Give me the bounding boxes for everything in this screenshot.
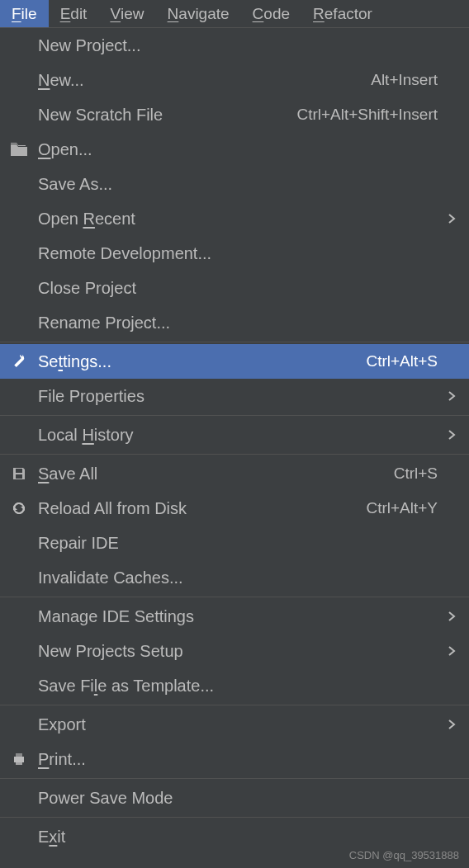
menu-item-label: File Properties	[38, 387, 438, 406]
menu-item-label: Repair IDE	[38, 534, 438, 553]
menubar-item-view[interactable]: View	[98, 0, 155, 27]
menu-item-new-project[interactable]: New Project...	[0, 28, 469, 63]
menu-separator	[0, 454, 469, 455]
menu-item-label: Exit	[38, 828, 438, 847]
menu-item-label: Reload All from Disk	[38, 499, 366, 518]
menu-item-label: Settings...	[38, 352, 366, 371]
watermark: CSDN @qq_39531888	[349, 849, 459, 861]
menu-separator	[0, 817, 469, 818]
chevron-right-icon	[438, 426, 456, 445]
menu-item-label: New Project...	[38, 36, 438, 55]
menu-item-new[interactable]: New...Alt+Insert	[0, 63, 469, 97]
svg-rect-4	[16, 761, 22, 765]
menu-item-shortcut: Ctrl+Alt+Y	[366, 499, 438, 517]
menu-item-manage-ide-settings[interactable]: Manage IDE Settings	[0, 599, 469, 634]
menu-item-repair-ide[interactable]: Repair IDE	[0, 526, 469, 560]
menu-item-shortcut: Ctrl+Alt+Shift+Insert	[296, 106, 438, 124]
menu-item-label: Manage IDE Settings	[38, 607, 438, 626]
save-icon	[0, 466, 38, 481]
menu-item-label: Power Save Mode	[38, 789, 438, 808]
menu-item-open-recent[interactable]: Open Recent	[0, 201, 469, 236]
menu-item-label: New Projects Setup	[38, 642, 438, 661]
menu-item-save-as[interactable]: Save As...	[0, 167, 469, 201]
menubar: FileEditViewNavigateCodeRefactor	[0, 0, 469, 28]
menu-item-new-scratch-file[interactable]: New Scratch FileCtrl+Alt+Shift+Insert	[0, 97, 469, 132]
menu-separator	[0, 705, 469, 705]
chevron-right-icon	[438, 715, 456, 734]
menu-item-local-history[interactable]: Local History	[0, 417, 469, 452]
menubar-item-file[interactable]: File	[0, 0, 49, 27]
menu-item-label: New...	[38, 71, 371, 90]
wrench-icon	[0, 353, 38, 370]
menu-item-open[interactable]: Open...	[0, 132, 469, 167]
menu-item-reload-from-disk[interactable]: Reload All from DiskCtrl+Alt+Y	[0, 491, 469, 526]
menu-item-label: Local History	[38, 426, 438, 445]
menu-item-label: Save As...	[38, 175, 438, 194]
svg-rect-3	[16, 753, 22, 757]
menubar-item-navigate[interactable]: Navigate	[156, 0, 241, 27]
menu-item-label: Save All	[38, 465, 394, 484]
menu-separator	[0, 597, 469, 597]
svg-rect-0	[16, 469, 22, 473]
menu-item-label: New Scratch File	[38, 106, 296, 125]
chevron-right-icon	[438, 210, 456, 229]
chevron-right-icon	[438, 607, 456, 626]
print-icon	[0, 752, 38, 767]
menu-item-remote-development[interactable]: Remote Development...	[0, 236, 469, 271]
menu-item-save-file-as-template[interactable]: Save File as Template...	[0, 668, 469, 703]
menu-item-shortcut: Ctrl+Alt+S	[366, 352, 438, 370]
menu-item-close-project[interactable]: Close Project	[0, 271, 469, 305]
menu-item-label: Invalidate Caches...	[38, 568, 438, 587]
menu-item-save-all[interactable]: Save AllCtrl+S	[0, 456, 469, 491]
menu-item-power-save-mode[interactable]: Power Save Mode	[0, 781, 469, 815]
menu-item-file-properties[interactable]: File Properties	[0, 379, 469, 413]
menu-separator	[0, 342, 469, 342]
menu-item-print[interactable]: Print...	[0, 742, 469, 776]
folder-icon	[0, 143, 38, 156]
menubar-item-edit[interactable]: Edit	[49, 0, 99, 27]
menu-separator	[0, 415, 469, 416]
menu-item-label: Open...	[38, 140, 438, 159]
menu-item-label: Print...	[38, 750, 438, 769]
menu-item-export[interactable]: Export	[0, 707, 469, 742]
menu-item-label: Open Recent	[38, 210, 438, 229]
menu-item-label: Close Project	[38, 279, 438, 298]
file-menu-dropdown: New Project...New...Alt+InsertNew Scratc…	[0, 28, 469, 854]
menu-item-rename-project[interactable]: Rename Project...	[0, 305, 469, 340]
chevron-right-icon	[438, 642, 456, 661]
reload-icon	[0, 500, 38, 517]
menu-item-label: Remote Development...	[38, 244, 438, 263]
menu-item-label: Rename Project...	[38, 314, 438, 333]
svg-rect-1	[16, 474, 22, 479]
menubar-item-code[interactable]: Code	[241, 0, 301, 27]
menu-item-settings[interactable]: Settings...Ctrl+Alt+S	[0, 344, 469, 379]
chevron-right-icon	[438, 387, 456, 406]
menu-item-label: Save File as Template...	[38, 677, 438, 696]
menu-separator	[0, 778, 469, 779]
menu-item-invalidate-caches[interactable]: Invalidate Caches...	[0, 560, 469, 595]
menu-item-new-projects-setup[interactable]: New Projects Setup	[0, 634, 469, 668]
menu-item-shortcut: Ctrl+S	[394, 465, 438, 483]
menubar-item-refactor[interactable]: Refactor	[301, 0, 384, 27]
menu-item-shortcut: Alt+Insert	[371, 71, 438, 89]
menu-item-label: Export	[38, 715, 438, 734]
